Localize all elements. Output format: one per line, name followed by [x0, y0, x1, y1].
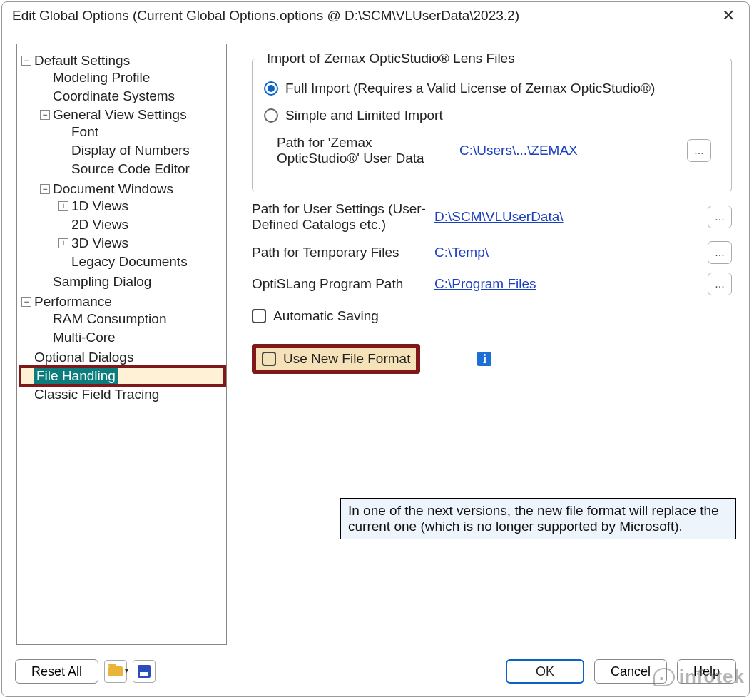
tree-item-source-code-editor[interactable]: Source Code Editor — [58, 161, 223, 177]
open-folder-button[interactable] — [104, 660, 127, 683]
dialog-footer: Reset All OK Cancel Help — [15, 656, 736, 686]
tree-item-optional-dialogs[interactable]: Optional Dialogs — [21, 350, 223, 365]
checkbox-label: Automatic Saving — [273, 308, 379, 324]
automatic-saving-checkbox[interactable]: Automatic Saving — [252, 308, 732, 324]
close-icon[interactable]: ✕ — [718, 6, 739, 25]
browse-button[interactable]: ... — [687, 139, 711, 162]
expand-icon[interactable]: + — [58, 201, 68, 211]
user-settings-path-link[interactable]: D:\SCM\VLUserData\ — [434, 209, 700, 225]
tree-item-3d-views[interactable]: +3D Views — [58, 235, 223, 251]
optislang-path-link[interactable]: C:\Program Files — [434, 276, 700, 292]
tree-item-performance[interactable]: −Performance — [21, 294, 223, 310]
radio-simple-import[interactable]: Simple and Limited Import — [264, 108, 720, 123]
content-area: − Default Settings Modeling Profile Coor… — [16, 44, 740, 645]
new-file-format-row: Use New File Format i — [252, 344, 732, 374]
save-button[interactable] — [133, 660, 156, 683]
dialog-window: Edit Global Options (Current Global Opti… — [1, 1, 750, 697]
expand-icon[interactable]: + — [58, 238, 68, 248]
tree-item-multi-core[interactable]: Multi-Core — [40, 330, 223, 345]
tree-label: Modeling Profile — [53, 70, 150, 86]
help-button[interactable]: Help — [677, 659, 736, 684]
path-label: Path for User Settings (User-Defined Cat… — [252, 201, 427, 233]
path-label: Path for Temporary Files — [252, 245, 427, 260]
radio-label: Simple and Limited Import — [285, 108, 443, 123]
checkbox-unchecked-icon — [262, 352, 276, 366]
tree-label: 1D Views — [71, 198, 128, 214]
tree-label: Sampling Dialog — [53, 274, 151, 290]
browse-button[interactable]: ... — [708, 273, 732, 295]
tree-label: Display of Numbers — [71, 143, 190, 158]
dialog-title: Edit Global Options (Current Global Opti… — [12, 8, 519, 24]
tree-item-classic-field-tracing[interactable]: Classic Field Tracing — [21, 387, 223, 402]
save-icon — [138, 665, 151, 678]
tree-item-default-settings[interactable]: − Default Settings — [21, 53, 223, 69]
tree-label: 2D Views — [71, 217, 128, 233]
tree-label: Default Settings — [34, 53, 130, 69]
checkbox-label: Use New File Format — [283, 351, 410, 367]
folder-icon — [108, 666, 123, 676]
tree-item-display-of-numbers[interactable]: Display of Numbers — [58, 143, 223, 158]
radio-label: Full Import (Requires a Valid License of… — [285, 81, 655, 96]
collapse-icon[interactable]: − — [40, 110, 50, 120]
checkbox-unchecked-icon — [252, 309, 266, 323]
titlebar: Edit Global Options (Current Global Opti… — [2, 2, 749, 28]
main-panel: Import of Zemax OpticStudio® Lens Files … — [239, 44, 740, 645]
user-settings-path-row: Path for User Settings (User-Defined Cat… — [252, 201, 732, 233]
path-label: OptiSLang Program Path — [252, 276, 427, 292]
tree-label: 3D Views — [71, 235, 128, 251]
tree-label: Multi-Core — [53, 330, 116, 345]
path-label: Path for 'Zemax OpticStudio®' User Data — [277, 135, 452, 166]
tree-item-sampling-dialog[interactable]: Sampling Dialog — [40, 274, 223, 290]
tree-item-general-view-settings[interactable]: −General View Settings — [40, 107, 223, 123]
zemax-import-group: Import of Zemax OpticStudio® Lens Files … — [252, 51, 732, 191]
browse-button[interactable]: ... — [708, 241, 732, 264]
tree-label: Source Code Editor — [71, 161, 190, 177]
radio-full-import[interactable]: Full Import (Requires a Valid License of… — [264, 81, 720, 96]
tree-label: Optional Dialogs — [34, 350, 133, 365]
tree-label: Document Windows — [53, 181, 173, 197]
temp-path-link[interactable]: C:\Temp\ — [434, 245, 700, 260]
optislang-path-row: OptiSLang Program Path C:\Program Files … — [252, 273, 732, 295]
tree-item-file-handling[interactable]: File Handling — [21, 368, 223, 384]
temp-path-row: Path for Temporary Files C:\Temp\ ... — [252, 241, 732, 264]
tree-item-document-windows[interactable]: −Document Windows — [40, 181, 223, 197]
new-file-format-checkbox[interactable]: Use New File Format — [252, 344, 420, 374]
browse-button[interactable]: ... — [708, 206, 732, 228]
info-icon[interactable]: i — [477, 352, 491, 366]
collapse-icon[interactable]: − — [21, 297, 31, 307]
radio-unselected-icon — [264, 108, 278, 123]
settings-tree[interactable]: − Default Settings Modeling Profile Coor… — [16, 44, 227, 645]
tree-item-legacy-documents[interactable]: Legacy Documents — [58, 254, 223, 270]
info-tooltip: In one of the next versions, the new fil… — [340, 498, 736, 539]
collapse-icon[interactable]: − — [40, 184, 50, 194]
ok-button[interactable]: OK — [506, 659, 584, 684]
tree-item-2d-views[interactable]: 2D Views — [58, 217, 223, 233]
reset-all-button[interactable]: Reset All — [15, 659, 98, 684]
collapse-icon[interactable]: − — [21, 56, 31, 66]
cancel-button[interactable]: Cancel — [594, 659, 667, 684]
tree-item-1d-views[interactable]: +1D Views — [58, 198, 223, 214]
zemax-path-link[interactable]: C:\Users\...\ZEMAX — [459, 143, 680, 158]
tree-label: Classic Field Tracing — [34, 387, 159, 402]
group-legend: Import of Zemax OpticStudio® Lens Files — [264, 51, 518, 66]
tree-label: RAM Consumption — [53, 311, 166, 327]
tree-label: Performance — [34, 294, 112, 310]
tree-item-font[interactable]: Font — [58, 124, 223, 140]
tree-item-coordinate-systems[interactable]: Coordinate Systems — [40, 88, 223, 104]
tree-item-modeling-profile[interactable]: Modeling Profile — [40, 70, 223, 86]
tree-label: File Handling — [34, 368, 118, 384]
tree-label: General View Settings — [53, 107, 187, 123]
tree-label: Coordinate Systems — [53, 88, 175, 104]
tree-label: Legacy Documents — [71, 254, 188, 270]
tree-label: Font — [71, 124, 98, 140]
zemax-path-row: Path for 'Zemax OpticStudio®' User Data … — [277, 135, 711, 166]
radio-selected-icon — [264, 81, 278, 96]
tree-item-ram-consumption[interactable]: RAM Consumption — [40, 311, 223, 327]
